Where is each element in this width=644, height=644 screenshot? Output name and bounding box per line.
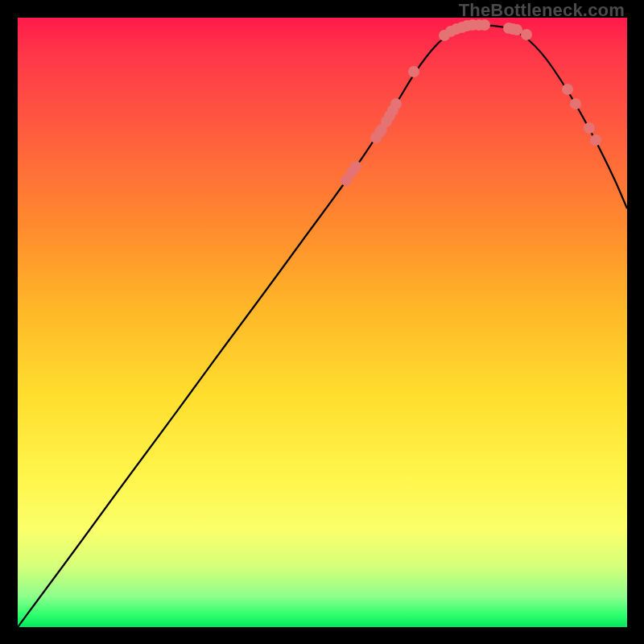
scatter-dot: [350, 161, 361, 172]
chart-svg: [18, 18, 627, 627]
scatter-dot: [570, 98, 581, 109]
scatter-dot: [390, 98, 402, 109]
watermark-text: TheBottleneck.com: [459, 0, 625, 21]
scatter-dot: [408, 66, 419, 77]
scatter-dot: [521, 29, 532, 40]
scatter-dot: [584, 122, 595, 134]
scatter-dot: [562, 84, 573, 95]
chart-frame: [18, 18, 627, 627]
scatter-dots: [341, 19, 601, 186]
scatter-dot: [479, 19, 490, 31]
bottleneck-curve: [18, 25, 627, 627]
scatter-dot: [590, 134, 601, 146]
scatter-dot: [511, 24, 522, 35]
